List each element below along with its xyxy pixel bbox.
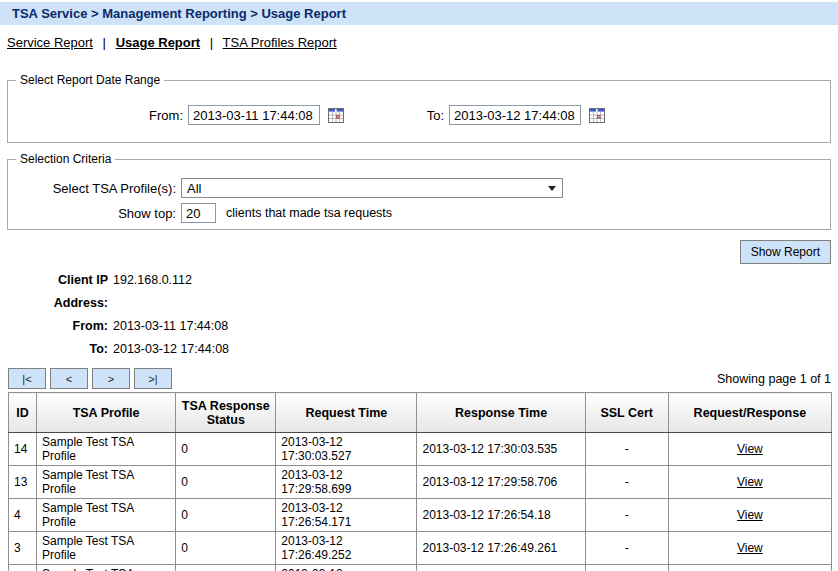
cell-status: 0 — [176, 499, 276, 532]
cell-id: 3 — [9, 532, 37, 565]
view-link[interactable]: View — [737, 442, 763, 456]
table-row: 4 Sample Test TSA Profile 0 2013-03-12 1… — [9, 499, 832, 532]
cell-response-time: 2013-03-12 17:26:49.261 — [417, 532, 585, 565]
tsa-profile-select[interactable]: All — [181, 178, 563, 198]
from-label: From: — [8, 108, 183, 123]
date-range-fieldset: Select Report Date Range From: To: — [7, 73, 831, 143]
nav-link-service-report[interactable]: Service Report — [7, 35, 93, 50]
cell-response-time: 2013-03-12 17:26:54.18 — [417, 499, 585, 532]
nav-link-usage-report[interactable]: Usage Report — [116, 35, 201, 50]
summary-to-label: To: — [8, 338, 108, 361]
summary-from-label: From: — [8, 315, 108, 338]
cell-id: 4 — [9, 499, 37, 532]
nav-separator: | — [103, 35, 106, 50]
column-header-ssl-cert: SSL Cert — [585, 393, 668, 433]
table-row: 13 Sample Test TSA Profile 0 2013-03-12 … — [9, 466, 832, 499]
show-report-button[interactable]: Show Report — [740, 240, 831, 264]
column-header-request-time: Request Time — [276, 393, 417, 433]
cell-request-time: 2013-03-12 17:29:58.699 — [276, 466, 417, 499]
last-page-button[interactable]: >| — [134, 368, 172, 389]
table-row: 3 Sample Test TSA Profile 0 2013-03-12 1… — [9, 532, 832, 565]
column-header-tsa-response-status: TSA Response Status — [176, 393, 276, 433]
calendar-icon[interactable] — [589, 108, 605, 123]
cell-status: 0 — [176, 565, 276, 571]
client-ip-value: 192.168.0.112 — [113, 269, 192, 315]
nav-separator: | — [210, 35, 213, 50]
cell-ssl-cert: - — [585, 565, 668, 571]
view-link[interactable]: View — [737, 541, 763, 555]
column-header-request-response: Request/Response — [668, 393, 831, 433]
cell-tsa-profile: Sample Test TSA Profile — [37, 565, 176, 571]
cell-ssl-cert: - — [585, 499, 668, 532]
cell-id: 2 — [9, 565, 37, 571]
selection-criteria-fieldset: Selection Criteria Select TSA Profile(s)… — [7, 152, 831, 230]
cell-status: 0 — [176, 466, 276, 499]
next-page-button[interactable]: > — [92, 368, 130, 389]
report-summary: Client IP Address: 192.168.0.112 From: 2… — [8, 269, 838, 361]
cell-tsa-profile: Sample Test TSA Profile — [37, 499, 176, 532]
cell-tsa-profile: Sample Test TSA Profile — [37, 433, 176, 466]
cell-request-time: 2013-03-12 17:26:54.171 — [276, 499, 417, 532]
report-nav: Service Report | Usage Report | TSA Prof… — [7, 35, 838, 51]
show-top-input[interactable] — [181, 203, 216, 223]
prev-page-button[interactable]: < — [50, 368, 88, 389]
cell-request-time: 2013-03-12 17:26:49.252 — [276, 532, 417, 565]
first-page-button[interactable]: |< — [8, 368, 46, 389]
view-link[interactable]: View — [737, 508, 763, 522]
cell-response-time: 2013-03-12 17:29:58.706 — [417, 466, 585, 499]
cell-request-time: 2013-03-12 17:30:03.527 — [276, 433, 417, 466]
tsa-profile-label: Select TSA Profile(s): — [8, 181, 176, 196]
breadcrumb: TSA Service > Management Reporting > Usa… — [0, 2, 838, 25]
cell-request-time: 2013-03-12 17:26:44.523 — [276, 565, 417, 571]
view-link[interactable]: View — [737, 475, 763, 489]
column-header-tsa-profile: TSA Profile — [37, 393, 176, 433]
cell-id: 13 — [9, 466, 37, 499]
cell-tsa-profile: Sample Test TSA Profile — [37, 466, 176, 499]
cell-ssl-cert: - — [585, 433, 668, 466]
show-top-suffix: clients that made tsa requests — [226, 206, 392, 220]
table-row: 14 Sample Test TSA Profile 0 2013-03-12 … — [9, 433, 832, 466]
cell-ssl-cert: - — [585, 532, 668, 565]
cell-response-time: 2013-03-12 17:26:44.532 — [417, 565, 585, 571]
column-header-response-time: Response Time — [417, 393, 585, 433]
selection-criteria-legend: Selection Criteria — [16, 152, 115, 166]
cell-ssl-cert: - — [585, 466, 668, 499]
to-label: To: — [422, 108, 444, 123]
usage-report-table: ID TSA Profile TSA Response Status Reque… — [8, 392, 832, 571]
table-header-row: ID TSA Profile TSA Response Status Reque… — [9, 393, 832, 433]
table-row: 2 Sample Test TSA Profile 0 2013-03-12 1… — [9, 565, 832, 571]
summary-to-value: 2013-03-12 17:44:08 — [113, 338, 229, 361]
from-date-input[interactable] — [188, 105, 320, 125]
show-top-label: Show top: — [8, 206, 176, 221]
calendar-icon[interactable] — [328, 108, 344, 123]
cell-id: 14 — [9, 433, 37, 466]
chevron-down-icon — [548, 186, 556, 191]
page-status: Showing page 1 of 1 — [717, 372, 831, 386]
nav-link-tsa-profiles-report[interactable]: TSA Profiles Report — [223, 35, 337, 50]
summary-from-value: 2013-03-11 17:44:08 — [113, 315, 228, 338]
cell-response-time: 2013-03-12 17:30:03.535 — [417, 433, 585, 466]
tsa-profile-selected-value: All — [182, 181, 201, 196]
to-date-input[interactable] — [449, 105, 581, 125]
cell-status: 0 — [176, 532, 276, 565]
client-ip-label: Client IP Address: — [8, 269, 108, 315]
cell-status: 0 — [176, 433, 276, 466]
cell-tsa-profile: Sample Test TSA Profile — [37, 532, 176, 565]
column-header-id: ID — [9, 393, 37, 433]
date-range-legend: Select Report Date Range — [16, 73, 164, 87]
